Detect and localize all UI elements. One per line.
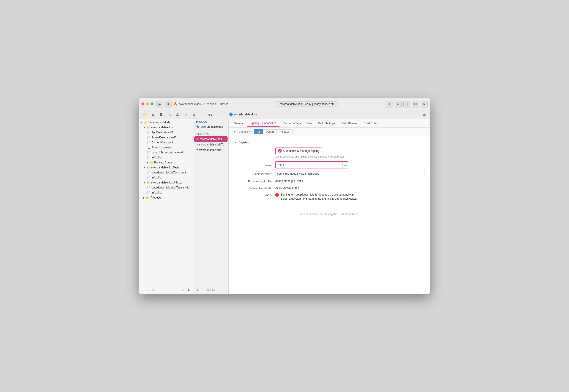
sidebar-item-tests-plist[interactable]: 📄 Info.plist	[139, 175, 193, 180]
center-panel-button[interactable]: ⊟	[412, 101, 419, 107]
minimize-button[interactable]	[146, 102, 149, 105]
assets-icon: 🗂	[147, 146, 151, 149]
sidebar-item-root-project[interactable]: ▼ 📁 swordandshieldds	[139, 120, 193, 125]
add-button[interactable]: +	[386, 101, 393, 107]
sidebar-item-uitests-swift[interactable]: 📄 swordandshielddsUITests.swift	[139, 185, 193, 190]
target-main-label: swordandshieldds	[200, 138, 222, 141]
tab-build-settings[interactable]: Build Settings	[315, 120, 338, 126]
root-project-label: swordandshieldds	[148, 121, 170, 124]
sidebar-add-button[interactable]: +	[141, 288, 145, 292]
middle-target-tests[interactable]: □ swordandshielddsT...	[193, 142, 229, 147]
play-button[interactable]: ▶	[156, 101, 163, 107]
signing-section-title: ▼ Signing	[234, 140, 425, 144]
sidebar-item-infoplist[interactable]: 📄 Info.plist	[139, 155, 193, 160]
xcode-window: ▶ ■ 🔥 swordandshieldds › Generic iOS Dev…	[139, 98, 430, 294]
status-area: swordandshieldds: Ready | Today at 4:22 …	[228, 101, 386, 107]
auto-manage-value: ✓ Automatically manage signing Xcode wil…	[275, 148, 425, 158]
status-text: swordandshieldds: Ready | Today at 4:22 …	[280, 102, 334, 106]
add-capability-button[interactable]: + + Capability	[232, 129, 252, 134]
uitests-swift-label: swordandshielddsUITests.swift	[151, 186, 189, 189]
sidebar-item-preview-content[interactable]: ▶ 📁 Preview Content	[139, 160, 193, 165]
middle-remove-button[interactable]: −	[201, 288, 206, 292]
search-icon[interactable]: 🔍	[166, 111, 173, 118]
inspector-toggle-icon[interactable]: ⊞	[421, 111, 427, 118]
auto-manage-row: ✓ Automatically manage signing Xcode wil…	[234, 148, 425, 158]
sidebar-item-launchscreen[interactable]: 📄 LaunchScreen.storyboard	[139, 150, 193, 155]
source-icon[interactable]: ◫	[199, 111, 205, 118]
breadcrumb-project[interactable]: swordandshieldds	[179, 102, 201, 106]
tab-general[interactable]: General	[231, 120, 247, 126]
filter-tab-release[interactable]: Release	[277, 129, 292, 134]
filter-tab-debug[interactable]: Debug	[263, 129, 277, 134]
root-project-icon: 📁	[144, 121, 147, 124]
breadcrumb-sep1: ›	[202, 102, 203, 106]
filter-tab-all[interactable]: All	[254, 129, 263, 134]
tests-swift-label: swordandshielddsTests.swift	[151, 171, 186, 174]
sidebar-item-uitests-folder[interactable]: ▼ 📂 swordandshielddsUITests	[139, 180, 193, 185]
add-cap-icon: +	[234, 130, 235, 133]
toolbar-nav: ‹ ›	[215, 112, 227, 117]
tab-resource-tags[interactable]: Resource Tags	[279, 120, 304, 126]
folder-icon[interactable]: 📁	[142, 111, 148, 118]
content-body: ▼ Signing ✓ Automatically manage signing…	[229, 136, 430, 294]
contentview-icon: 📄	[147, 141, 151, 144]
auto-manage-checkbox[interactable]: ✓ Automatically manage signing	[275, 148, 322, 154]
team-dropdown[interactable]: None ▲ ▼	[275, 161, 348, 168]
nav-forward-button[interactable]: ›	[221, 112, 227, 117]
target-tests-label: swordandshielddsT...	[199, 143, 225, 146]
sidebar-content: ▼ 📁 swordandshieldds ▼ 📂 swordandshieldd…	[139, 119, 193, 286]
section-triangle-icon: ▼	[234, 141, 236, 144]
prov-profile-value: Xcode Managed Profile	[275, 179, 425, 182]
assets-label: Assets.xcassets	[151, 146, 171, 149]
status-error-desc: Select a development team in the Signing…	[281, 197, 357, 201]
middle-filter-label: Filter	[210, 289, 216, 291]
appdelegate-icon: 📄	[147, 131, 151, 134]
maximize-button[interactable]	[151, 102, 154, 105]
tab-build-rules[interactable]: Build Rules	[361, 120, 381, 126]
stop-button[interactable]: ■	[165, 101, 172, 107]
tab-info[interactable]: Info	[304, 120, 315, 126]
right-panel-button[interactable]: ⊠	[421, 101, 427, 107]
middle-filter: ⊙ Filter	[207, 288, 227, 291]
project-icon: 🔥	[174, 102, 177, 106]
middle-target-main[interactable]: ⚙ swordandshieldds	[194, 136, 228, 142]
tests-folder-label: swordandshielddsTests	[151, 166, 179, 169]
sidebar-item-assets[interactable]: 🗂 Assets.xcassets	[139, 145, 193, 150]
toolbar-controls: ▶ ■	[156, 101, 172, 107]
tests-folder-icon: 📂	[146, 166, 150, 169]
sidebar-clock-icon[interactable]: ⏱	[181, 288, 185, 292]
grid-icon[interactable]: ▦	[191, 111, 197, 118]
sidebar-item-main-folder[interactable]: ▼ 📂 swordandshieldds	[139, 125, 193, 130]
nav-back-button[interactable]: ‹	[215, 112, 221, 117]
sidebar-item-contentview[interactable]: 📄 ContentView.swift	[139, 140, 193, 145]
file-project-icon: 🔷	[229, 112, 233, 117]
bundle-id-field[interactable]: com.circlemage.swordandshieldds	[275, 171, 425, 176]
hierarchy-icon[interactable]: ☰	[158, 111, 164, 118]
tab-signing[interactable]: Signing & Capabilities	[247, 120, 280, 126]
left-panel-button[interactable]: ⊞	[403, 101, 410, 107]
middle-add-button[interactable]: +	[195, 288, 200, 292]
sidebar-item-tests-folder[interactable]: ▼ 📂 swordandshielddsTests	[139, 165, 193, 170]
target-uitests-label: swordandshieldds...	[199, 148, 223, 152]
back-forward-button[interactable]: ⇦	[395, 101, 402, 107]
main-folder-icon: 📂	[146, 126, 150, 129]
breadcrumb-device[interactable]: Generic iOS Device	[204, 102, 228, 106]
status-pill: swordandshieldds: Ready | Today at 4:22 …	[277, 101, 338, 107]
toolbar: 📁 ⊞ ☰ 🔍 ⚠ ◇ ▦ ◫ 💬 ‹ › 🔷 swordandshieldds…	[139, 110, 430, 119]
middle-project-item[interactable]: 🔷 swordandshieldds	[193, 124, 229, 129]
status-block: ! Signing for "swordandshieldds" require…	[275, 193, 425, 201]
sidebar-item-uitests-plist[interactable]: 📄 Info.plist	[139, 190, 193, 195]
middle-target-uitests[interactable]: □ swordandshieldds...	[193, 147, 229, 153]
inspector-icon[interactable]: ⊞	[150, 111, 156, 118]
sidebar-item-products[interactable]: ▶ 📂 Products	[139, 195, 193, 200]
team-arrows-icon[interactable]: ▲ ▼	[342, 162, 348, 168]
diamond-icon[interactable]: ◇	[182, 111, 189, 118]
comment-icon[interactable]: 💬	[207, 111, 213, 118]
close-button[interactable]	[142, 102, 145, 105]
tab-build-phases[interactable]: Build Phases	[338, 120, 361, 126]
warning-icon[interactable]: ⚠	[174, 111, 181, 118]
sidebar-grid-icon[interactable]: ⊞	[187, 288, 191, 292]
sidebar-item-appdelegate[interactable]: 📄 AppDelegate.swift	[139, 130, 193, 135]
sidebar-item-tests-swift[interactable]: 📄 swordandshielddsTests.swift	[139, 170, 193, 175]
sidebar-item-scenedelegate[interactable]: 📄 SceneDelegate.swift	[139, 135, 193, 140]
